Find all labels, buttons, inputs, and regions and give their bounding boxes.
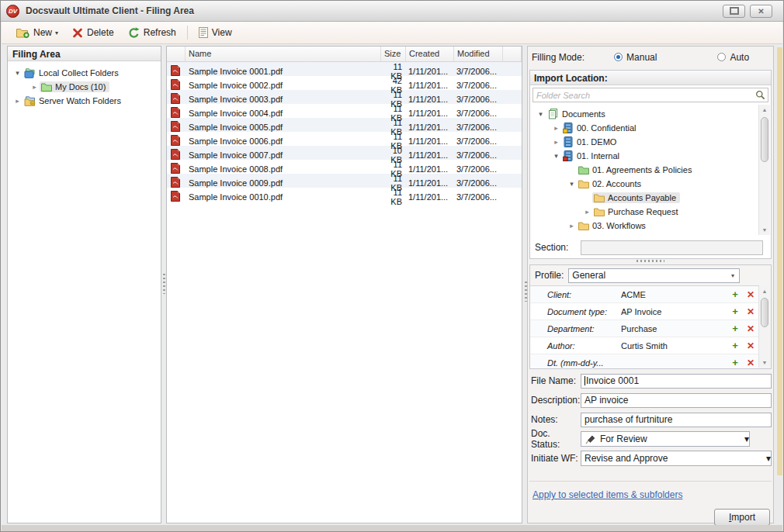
scrollbar-thumb[interactable]: [761, 117, 768, 162]
flag-icon: [584, 434, 595, 444]
expanded-arrow-icon[interactable]: ▾: [551, 152, 561, 160]
scroll-up-icon[interactable]: ▲: [759, 105, 770, 115]
tree-item[interactable]: ▾Local Collect Folders: [8, 66, 161, 80]
file-row[interactable]: Sample Invoice 0005.pdf11 KB1/11/201...3…: [167, 118, 522, 132]
folder-search-input[interactable]: Folder Search: [532, 88, 768, 102]
column-header-size[interactable]: Size: [381, 47, 406, 61]
add-value-icon[interactable]: +: [728, 357, 742, 368]
pane-splitter[interactable]: [528, 258, 773, 263]
add-value-icon[interactable]: +: [728, 323, 742, 334]
toolbar-separator: [187, 26, 188, 40]
file-name-cell: Sample Invoice 0010.pdf: [186, 192, 381, 202]
tree-item[interactable]: ▸00. Confidential: [531, 121, 758, 135]
column-header-created[interactable]: Created: [406, 47, 454, 61]
expanded-arrow-icon[interactable]: ▾: [567, 180, 577, 188]
file-row[interactable]: Sample Invoice 0004.pdf11 KB1/11/201...3…: [167, 104, 522, 118]
tree-item[interactable]: ▾02. Accounts: [531, 177, 758, 191]
collapsed-arrow-icon[interactable]: ▸: [551, 124, 561, 132]
new-button-label: New: [33, 27, 52, 38]
window-title: Docsvault Ultimate Client - Filing Area: [26, 5, 194, 16]
profile-row: Profile: General ▾: [530, 265, 771, 285]
filing-mode-manual-radio[interactable]: Manual: [614, 52, 657, 63]
add-value-icon[interactable]: +: [728, 288, 742, 300]
tree-item[interactable]: ▾Documents: [531, 107, 758, 121]
panel-splitter-grip-icon[interactable]: [163, 274, 165, 294]
notes-input[interactable]: purchase of furtniture: [581, 413, 772, 427]
refresh-icon: [128, 27, 140, 39]
profile-select[interactable]: General ▾: [568, 268, 740, 283]
expanded-arrow-icon[interactable]: ▾: [12, 69, 23, 77]
profile-field-row: Document type:AP Invoice+✕: [530, 303, 759, 320]
profile-field-value[interactable]: ACME: [621, 290, 728, 299]
profile-field-value[interactable]: Curtis Smith: [621, 341, 728, 351]
file-row[interactable]: Sample Invoice 0001.pdf11 KB1/11/201...3…: [167, 62, 522, 76]
initiate-wf-value: Revise and Approve: [581, 453, 766, 464]
file-row[interactable]: Sample Invoice 0007.pdf10 KB1/11/201...3…: [167, 146, 522, 160]
file-row[interactable]: Sample Invoice 0002.pdf42 KB1/11/201...3…: [167, 76, 522, 90]
add-value-icon[interactable]: +: [728, 340, 742, 351]
search-icon: [755, 90, 765, 100]
tree-item[interactable]: ▸03. Workflows: [531, 219, 758, 233]
pdf-icon: [167, 177, 186, 189]
scroll-up-icon[interactable]: ▲: [759, 286, 770, 296]
close-button[interactable]: ✕: [750, 5, 772, 18]
file-row[interactable]: Sample Invoice 0008.pdf11 KB1/11/201...3…: [167, 160, 522, 174]
tree-item[interactable]: ▾01. Internal: [531, 149, 758, 163]
collapsed-arrow-icon[interactable]: ▸: [29, 83, 40, 91]
initiate-wf-select[interactable]: Revise and Approve ▾: [581, 451, 772, 466]
description-input[interactable]: AP invoice: [581, 393, 772, 408]
tree-item[interactable]: Accounts Payable: [531, 191, 758, 205]
file-modified-cell: 3/7/2006...: [454, 136, 503, 146]
file-name-input[interactable]: Invoice 0001: [581, 374, 772, 389]
tree-item[interactable]: ▸01. DEMO: [531, 135, 758, 149]
clear-value-icon[interactable]: ✕: [742, 289, 759, 300]
scrollbar-thumb[interactable]: [761, 298, 768, 327]
tree-item[interactable]: 01. Agreements & Policies: [531, 163, 758, 177]
refresh-button[interactable]: Refresh: [121, 25, 183, 41]
profile-field-value[interactable]: AP Invoice: [621, 307, 728, 316]
file-row[interactable]: Sample Invoice 0009.pdf11 KB1/11/201...3…: [167, 174, 522, 188]
expanded-arrow-icon[interactable]: ▾: [536, 110, 546, 118]
scroll-down-icon[interactable]: ▼: [759, 225, 770, 235]
profile-fields-table: Client:ACME+✕Document type:AP Invoice+✕D…: [530, 285, 759, 368]
panel-splitter-grip-icon[interactable]: [525, 282, 527, 302]
file-row[interactable]: Sample Invoice 0006.pdf11 KB1/11/201...3…: [167, 132, 522, 146]
delete-button[interactable]: Delete: [65, 25, 121, 40]
maximize-button[interactable]: [723, 5, 745, 18]
column-header-icon[interactable]: [167, 47, 186, 61]
file-created-cell: 1/11/201...: [406, 192, 454, 202]
file-row[interactable]: Sample Invoice 0003.pdf11 KB1/11/201...3…: [167, 90, 522, 104]
profile-label: Profile:: [535, 270, 564, 281]
filing-mode-auto-radio[interactable]: Auto: [717, 52, 749, 63]
collapsed-arrow-icon[interactable]: ▸: [567, 222, 577, 230]
collapsed-arrow-icon[interactable]: ▸: [551, 138, 561, 146]
scroll-down-icon[interactable]: ▼: [759, 358, 770, 368]
file-row[interactable]: Sample Invoice 0010.pdf11 KB1/11/201...3…: [167, 188, 522, 202]
tree-item[interactable]: ▸My Docs (10): [8, 80, 161, 94]
doc-status-select[interactable]: For Review ▾: [581, 431, 750, 447]
tree-item-label: My Docs (10): [55, 82, 106, 92]
section-input[interactable]: [581, 240, 763, 255]
view-button[interactable]: View: [192, 25, 239, 40]
add-value-icon[interactable]: +: [728, 306, 742, 317]
collapsed-arrow-icon[interactable]: ▸: [12, 97, 23, 105]
clear-value-icon[interactable]: ✕: [742, 306, 759, 317]
tree-item[interactable]: ▸Server Watch Folders: [8, 94, 161, 108]
tree-item-label: 03. Workflows: [592, 221, 646, 230]
clear-value-icon[interactable]: ✕: [742, 358, 759, 368]
apply-to-selected-link[interactable]: Apply to selected items & subfolders: [532, 489, 682, 500]
collapsed-arrow-icon[interactable]: ▸: [582, 208, 592, 216]
new-button[interactable]: New ▾: [9, 25, 65, 40]
column-header-name[interactable]: Name: [186, 47, 381, 61]
clear-value-icon[interactable]: ✕: [742, 340, 759, 351]
profile-field-value[interactable]: Purchase: [621, 324, 728, 333]
tree-item[interactable]: [531, 233, 758, 235]
column-header-modified[interactable]: Modified: [454, 47, 503, 61]
import-location-header: Import Location:: [530, 71, 771, 85]
pdf-icon: [167, 121, 186, 133]
import-button[interactable]: Import: [714, 509, 770, 526]
clear-value-icon[interactable]: ✕: [742, 323, 759, 334]
tree-scrollbar[interactable]: ▲ ▼: [758, 105, 770, 235]
profile-scrollbar[interactable]: ▲ ▼: [758, 286, 770, 368]
tree-item[interactable]: ▸Purchase Request: [531, 205, 758, 219]
